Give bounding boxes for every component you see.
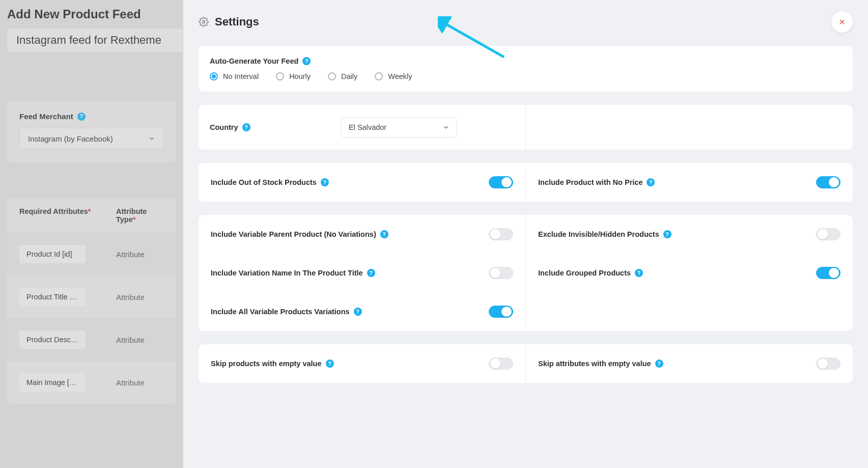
attributes-card: Required Attributes* Attribute Type* Pro… [7, 198, 176, 404]
help-icon[interactable]: ? [302, 57, 311, 65]
setting-row: Skip products with empty value? [199, 344, 525, 383]
settings-modal: Settings Auto-Generate Your Feed ? No In… [183, 0, 868, 468]
help-icon[interactable]: ? [647, 178, 655, 186]
attribute-row: Product Title …Attribute [7, 276, 176, 318]
attributes-header: Required Attributes* Attribute Type* [7, 198, 176, 233]
country-select[interactable]: El Salvador [341, 117, 457, 137]
feed-name-input[interactable] [7, 29, 183, 52]
toggle-switch[interactable] [816, 357, 841, 370]
autogen-card: Auto-Generate Your Feed ? No IntervalHou… [199, 46, 853, 92]
attribute-row: Product Desc…Attribute [7, 318, 176, 361]
toggle-knob [829, 177, 839, 187]
setting-row: Include Variable Parent Product (No Vari… [199, 215, 525, 254]
autogen-radio-row: No IntervalHourlyDailyWeekly [210, 72, 842, 80]
settings-body: Auto-Generate Your Feed ? No IntervalHou… [183, 43, 868, 411]
attribute-chip[interactable]: Product Id [id] [19, 245, 86, 263]
setting-label-text: Include Product with No Price [538, 178, 642, 186]
help-icon[interactable]: ? [242, 123, 250, 131]
setting-label: Include Out of Stock Products? [211, 178, 329, 186]
close-icon [838, 18, 846, 26]
toggle-switch[interactable] [489, 306, 513, 318]
settings-group: Skip products with empty value?Skip attr… [199, 344, 853, 383]
attribute-type: Attribute [116, 378, 145, 387]
background-editor: Add New Product Feed Feed Merchant ? Ins… [0, 0, 183, 468]
modal-header: Settings [183, 0, 868, 43]
chevron-down-icon [442, 124, 450, 131]
radio-dot [276, 72, 284, 80]
help-icon[interactable]: ? [354, 308, 362, 316]
settings-col-left: Skip products with empty value? [199, 344, 526, 383]
autogen-label: Auto-Generate Your Feed ? [210, 57, 842, 65]
help-icon[interactable]: ? [326, 360, 334, 368]
settings-col-left: Include Variable Parent Product (No Vari… [199, 215, 526, 331]
toggle-knob [501, 177, 512, 187]
modal-title: Settings [215, 15, 259, 29]
page-title: Add New Product Feed [7, 7, 176, 21]
setting-label: Include Grouped Products? [538, 269, 643, 277]
settings-col-left: Include Out of Stock Products? [199, 163, 526, 202]
toggle-switch[interactable] [816, 176, 841, 188]
toggle-knob [829, 268, 839, 278]
radio-no-interval[interactable]: No Interval [210, 72, 259, 80]
toggle-switch[interactable] [489, 357, 513, 370]
required-star: * [88, 207, 91, 215]
attribute-row: Product Id [id]Attribute [7, 233, 176, 276]
attribute-chip[interactable]: Product Desc… [19, 331, 86, 349]
radio-label: Weekly [388, 72, 412, 80]
toggle-knob [490, 268, 500, 278]
country-value: El Salvador [349, 123, 386, 131]
setting-label: Include Variation Name In The Product Ti… [211, 269, 375, 277]
radio-hourly[interactable]: Hourly [276, 72, 311, 80]
setting-label-text: Skip attributes with empty value [538, 360, 651, 368]
toggle-knob [818, 229, 828, 239]
help-icon[interactable]: ? [367, 269, 375, 277]
close-button[interactable] [831, 11, 853, 33]
settings-col-right: Include Product with No Price? [526, 163, 853, 202]
toggle-switch[interactable] [489, 176, 513, 188]
toggle-knob [490, 229, 500, 239]
setting-label: Skip products with empty value? [211, 360, 334, 368]
help-icon[interactable]: ? [635, 269, 643, 277]
attribute-chip[interactable]: Main Image [… [19, 373, 86, 392]
help-icon[interactable]: ? [655, 360, 663, 368]
feed-merchant-card: Feed Merchant ? Instagram (by Facebook) [7, 101, 176, 162]
settings-col-right: Skip attributes with empty value? [526, 344, 853, 383]
radio-label: Hourly [289, 72, 311, 80]
setting-row: Include Out of Stock Products? [199, 163, 525, 202]
autogen-label-text: Auto-Generate Your Feed [210, 57, 298, 65]
setting-label-text: Include Out of Stock Products [211, 178, 317, 186]
setting-label-text: Include Variable Parent Product (No Vari… [211, 230, 376, 238]
radio-daily[interactable]: Daily [328, 72, 357, 80]
setting-label-text: Include Variation Name In The Product Ti… [211, 269, 363, 277]
setting-label-text: Skip products with empty value [211, 360, 322, 368]
help-icon[interactable]: ? [380, 230, 388, 238]
attribute-chip[interactable]: Product Title … [19, 288, 86, 306]
chevron-down-icon [148, 135, 155, 142]
gear-icon [199, 17, 209, 27]
toggle-switch[interactable] [489, 267, 513, 279]
feed-merchant-select[interactable]: Instagram (by Facebook) [19, 128, 164, 149]
radio-label: No Interval [223, 72, 259, 80]
attribute-type: Attribute [116, 250, 145, 259]
settings-group: Include Variable Parent Product (No Vari… [199, 215, 853, 331]
setting-row: Skip attributes with empty value? [526, 344, 853, 383]
setting-label-text: Exclude Invisible/Hidden Products [538, 230, 659, 238]
toggle-switch[interactable] [816, 228, 841, 240]
attr-type-header: Attribute Type [116, 207, 147, 224]
help-icon[interactable]: ? [663, 230, 671, 238]
setting-label: Include All Variable Products Variations… [211, 308, 362, 316]
toggle-switch[interactable] [816, 267, 841, 279]
country-label: Country [210, 123, 238, 131]
toggle-knob [818, 359, 828, 369]
country-left: Country ? El Salvador [199, 105, 526, 150]
setting-label: Include Variable Parent Product (No Vari… [211, 230, 388, 238]
help-icon[interactable]: ? [77, 113, 86, 121]
setting-row: Include All Variable Products Variations… [199, 292, 525, 331]
attribute-type: Attribute [116, 293, 145, 301]
setting-label-text: Include All Variable Products Variations [211, 308, 350, 316]
help-icon[interactable]: ? [321, 178, 329, 186]
attribute-type: Attribute [116, 336, 145, 344]
radio-weekly[interactable]: Weekly [375, 72, 412, 80]
feed-merchant-label: Feed Merchant ? [19, 112, 164, 121]
toggle-switch[interactable] [489, 228, 513, 240]
